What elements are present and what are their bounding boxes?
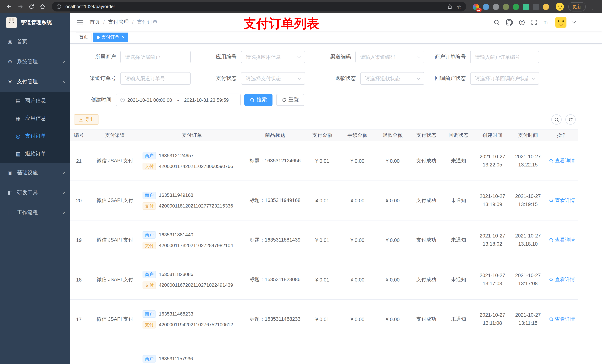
chevron-up-icon: ∧ [62,80,65,84]
merchant-badge: 商户 [142,355,156,363]
chevron-down-icon: ∨ [62,171,65,175]
view-detail-link[interactable]: 查看详情 [549,276,575,283]
merchant-select[interactable] [120,51,191,63]
pay-status-select[interactable] [241,72,305,85]
date-separator: - [174,97,182,103]
cell-title: 标题：1635311823086 [246,260,305,300]
cell-no: 18 [70,260,92,300]
fullscreen-icon[interactable] [531,19,537,25]
toggle-search-button[interactable] [551,114,562,125]
site-info-icon[interactable] [56,4,62,9]
pay-table: 编号支付渠道支付订单商品标题支付金额手续金额退款金额支付状态回调状态创建时间支付… [70,129,578,364]
hamburger-icon[interactable] [76,19,84,26]
browser-home-icon[interactable] [38,2,47,11]
cell-amount [305,339,340,364]
sidebar-item-dev-tools[interactable]: ◧研发工具∨ [0,183,70,203]
share-icon[interactable] [447,4,452,9]
extension-icon[interactable] [523,3,529,10]
refresh-table-button[interactable] [565,114,576,125]
channel-code-select[interactable] [355,51,424,63]
browser-menu-icon[interactable]: ⋮ [587,3,598,10]
pay-order-table: 编号支付渠道支付订单商品标题支付金额手续金额退款金额支付状态回调状态创建时间支付… [70,129,596,364]
export-button[interactable]: 导出 [74,114,98,125]
browser-reload-icon[interactable] [27,2,36,11]
sidebar-item-merchant-info[interactable]: ▤商户信息 [0,92,70,110]
extension-icon[interactable]: 10 [473,3,479,10]
pay-badge: 支付 [142,281,156,289]
github-icon[interactable] [506,19,513,26]
sidebar-item-pay-order[interactable]: ◎支付订单 [0,127,70,145]
notify-status-select[interactable] [470,72,539,85]
extension-icon[interactable] [513,3,519,10]
sidebar-item-home[interactable]: ◉首页 [0,32,70,52]
browser-forward-icon[interactable] [16,2,25,11]
magnifier-icon [549,238,553,242]
search-icon[interactable] [494,19,500,25]
app-title: 芋道管理系统 [21,19,52,26]
channel-order-no-input[interactable] [120,72,191,85]
app-logo[interactable]: 芋道管理系统 [0,13,70,32]
sidebar-item-label: 应用信息 [25,115,65,122]
cell-pay-time: 2021-10-2713:18:10 [510,220,546,260]
cell-status: 支付成功 [410,141,442,181]
refund-status-select[interactable] [360,72,424,85]
browser-profile-avatar[interactable] [556,3,564,11]
cell-channel: 微信 JSAPI 支付 [92,300,138,339]
create-time-range-picker[interactable]: 2021-10-01 00:00:00 - 2021-10-31 23:59:5… [116,94,241,106]
extension-icon[interactable] [533,3,539,10]
cell-channel: 微信 JSAPI 支付 [92,220,138,260]
filter-row-3: 创建时间 2021-10-01 00:00:00 - 2021-10-31 23… [74,94,596,106]
extension-icon[interactable] [483,3,489,10]
font-size-icon[interactable]: TT [543,19,549,25]
breadcrumb-item[interactable]: 首页 [90,19,108,26]
tab-pay-order[interactable]: 支付订单 × [93,32,128,42]
address-bar[interactable]: localhost:1024/pay/order ☆ [52,2,466,11]
tab-label: 首页 [79,34,88,40]
column-header: 创建时间 [475,130,510,141]
cell-status [410,339,442,364]
table-row: 21微信 JSAPI 支付商户1635312124657支付4200001174… [70,141,578,181]
cell-channel: 微信 JSAPI 支付 [92,260,138,300]
sidebar-item-app-info[interactable]: ▦应用信息 [0,110,70,127]
pay-badge: 支付 [142,321,156,328]
extension-icon[interactable] [493,3,499,10]
extension-icon[interactable] [503,3,509,10]
cell-pay-time: 2021-10-2713:11:15 [510,300,546,339]
help-icon[interactable]: ? [519,19,525,25]
view-detail-link[interactable]: 查看详情 [549,237,575,243]
view-detail-link[interactable]: 查看详情 [549,197,575,204]
sidebar-item-pay[interactable]: ¥支付管理∧ [0,72,70,92]
refresh-icon [568,117,573,122]
url-text[interactable]: localhost:1024/pay/order [64,4,443,9]
cell-title [246,339,305,364]
column-header: 操作 [546,130,578,141]
close-tab-icon[interactable]: × [122,35,125,40]
merchant-order-no-input[interactable] [470,51,539,63]
sidebar-item-infra[interactable]: ▣基础设施∨ [0,163,70,183]
tab-label: 支付订单 [101,34,119,40]
view-detail-link[interactable]: 查看详情 [549,157,575,164]
view-detail-link[interactable]: 查看详情 [549,316,575,322]
bookmark-star-icon[interactable]: ☆ [457,4,462,10]
browser-update-button[interactable]: 更新 [568,2,586,11]
sidebar-item-refund-order[interactable]: ▧退款订单 [0,145,70,163]
browser-back-icon[interactable] [4,2,14,11]
chevron-down-icon: ∨ [62,60,65,64]
search-icon [554,117,559,122]
sidebar-item-system[interactable]: ⚙系统管理∨ [0,52,70,72]
sidebar-item-workflow[interactable]: ◫工作流程∨ [0,203,70,223]
submenu-pay: ▤商户信息▦应用信息◎支付订单▧退款订单 [0,92,70,163]
tab-home[interactable]: 首页 [76,32,91,42]
extension-icon[interactable] [543,3,549,10]
column-header: 编号 [70,130,92,141]
reset-button[interactable]: 重置 [276,94,304,106]
search-button[interactable]: 搜索 [244,94,272,106]
clock-icon [120,97,125,103]
target-icon: ◎ [14,133,22,139]
breadcrumb-item[interactable]: 支付管理 [108,19,137,26]
app-select[interactable] [241,51,305,63]
user-avatar[interactable] [555,17,567,28]
page-content: 所属商户 应用编号 渠道编码 商户订单编号 [70,44,602,364]
chevron-down-icon[interactable] [572,20,576,24]
cell-pay-time [510,339,546,364]
